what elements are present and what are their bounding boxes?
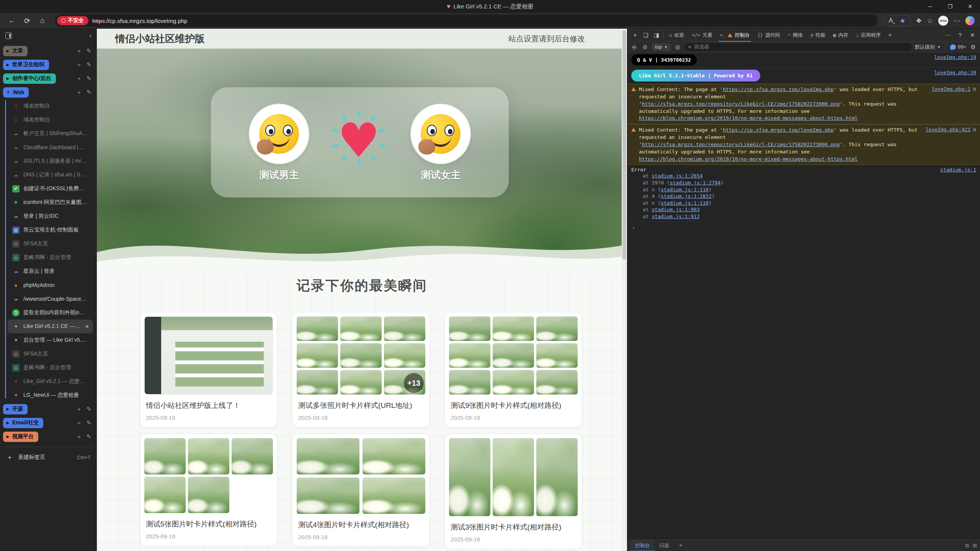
sidebar-tab-item[interactable]: ☁/wwwroot/Couple-Space-5.2.1-C bbox=[3, 292, 94, 306]
sidebar-tab-item[interactable]: ()域名控制台 bbox=[3, 99, 94, 113]
group-add-icon[interactable]: ＋ bbox=[74, 47, 84, 55]
warning-url-link[interactable]: https://blog.chromium.org/2019/10/no-mor… bbox=[639, 115, 858, 121]
sidebar-tab-item[interactable]: ☁登录 | 简云IDC bbox=[3, 209, 94, 223]
warning-url-link[interactable]: http://sfsa.mrgzs.top/repository/LikeGir… bbox=[642, 101, 840, 107]
extensions-icon[interactable]: ❖ bbox=[916, 17, 922, 25]
minimize-button[interactable]: ─ bbox=[920, 0, 940, 13]
devtools-tab-元素[interactable]: </>元素 bbox=[688, 29, 716, 42]
copy-icon[interactable]: ⧉ bbox=[973, 127, 976, 132]
sidebar-group-Email/社交[interactable]: ▶Email/社交 bbox=[3, 418, 43, 428]
copy-icon[interactable]: ⧉ bbox=[973, 86, 976, 92]
collections-icon[interactable]: ☆ bbox=[927, 17, 933, 25]
stack-link[interactable]: stadium.js:1:912 bbox=[652, 214, 699, 219]
back-button[interactable]: ← bbox=[5, 14, 18, 27]
sidebar-tab-item[interactable]: ☁SSL/TLS | 源服务器 | mrgzs.top | S bbox=[3, 154, 94, 168]
photo-card[interactable]: 测试9张图片时卡片样式(相对路径)2025-09-18 bbox=[445, 313, 581, 427]
tab-actions-icon[interactable] bbox=[5, 33, 12, 39]
source-link[interactable]: stadium.js:1 bbox=[940, 167, 976, 173]
sidebar-tab-item[interactable]: ()域名控制台 bbox=[3, 113, 94, 127]
sidebar-tab-item[interactable]: ▲phpMyAdmin bbox=[3, 278, 94, 292]
sidebar-tab-item[interactable]: ◈是枫书啊 - 后台管理 bbox=[3, 361, 94, 375]
photo-thumbnail[interactable] bbox=[188, 477, 229, 513]
sidebar-tab-item[interactable]: ☁星辰云 | 登录 bbox=[3, 264, 94, 278]
photo-thumbnail[interactable] bbox=[297, 316, 338, 341]
warning-url-link[interactable]: https://cp.sfsa.mrgzs.top/loveImg.php bbox=[723, 86, 834, 92]
close-button[interactable]: ✕ bbox=[960, 0, 980, 13]
source-link[interactable]: loveImg.php:421 bbox=[926, 127, 970, 132]
context-selector[interactable]: top ▼ bbox=[652, 43, 671, 51]
issues-counter[interactable]: 99+ bbox=[950, 44, 966, 50]
refresh-button[interactable]: ⟳ bbox=[21, 14, 34, 27]
page-scrollbar[interactable] bbox=[622, 29, 627, 551]
group-edit-icon[interactable]: ✎ bbox=[84, 47, 94, 54]
console-sidebar-icon[interactable]: ⎆ bbox=[630, 42, 638, 52]
devtools-tab-应用程序[interactable]: ❏应用程序 bbox=[852, 29, 885, 42]
sidebar-group-世界卫生组织[interactable]: ▶世界卫生组织 bbox=[3, 60, 49, 70]
sidebar-group-视频平台[interactable]: ▶视频平台 bbox=[3, 432, 38, 442]
photo-thumbnail[interactable] bbox=[363, 438, 425, 474]
warning-url-link[interactable]: https://blog.chromium.org/2019/10/no-mor… bbox=[639, 156, 858, 162]
photo-card[interactable]: 测试5张图片时卡片样式(相对路径)2025-09-18 bbox=[140, 434, 277, 546]
address-bar[interactable]: 不安全 https://cp.sfsa.mrgzs.top/loveImg.ph… bbox=[55, 15, 877, 27]
home-button[interactable]: ⌂ bbox=[36, 14, 49, 27]
group-add-icon[interactable]: ＋ bbox=[74, 419, 84, 427]
photo-thumbnail[interactable] bbox=[493, 343, 534, 368]
new-tab-button[interactable]: ＋ 新建标签页 Ctrl+T bbox=[0, 450, 97, 465]
warning-url-link[interactable]: http://sfsa.mrgzs.top/repository/LikeGir… bbox=[642, 142, 840, 147]
devtools-tab-控制台[interactable]: >_控制台 bbox=[716, 29, 753, 42]
photo-thumbnail[interactable] bbox=[493, 316, 534, 341]
stack-link[interactable]: stadium.js:1:2832 bbox=[661, 193, 712, 199]
devtools-help-icon[interactable]: ? bbox=[955, 30, 965, 41]
photo-thumbnail[interactable] bbox=[449, 343, 490, 368]
restore-button[interactable]: ❐ bbox=[940, 0, 960, 13]
stack-link[interactable]: stadium.js:1:2794 bbox=[670, 180, 720, 186]
settings-menu-icon[interactable]: ⋯ bbox=[954, 17, 960, 25]
group-add-icon[interactable]: ＋ bbox=[74, 89, 84, 96]
devtools-tab-欢迎[interactable]: ⌂欢迎 bbox=[665, 29, 688, 42]
photo-thumbnail[interactable] bbox=[363, 478, 425, 514]
live-expression-icon[interactable]: ◎ bbox=[674, 42, 681, 52]
photo-thumbnail[interactable] bbox=[340, 316, 382, 341]
photo-card[interactable]: 测试4张图片时卡片样式(相对路径)2025-09-18 bbox=[293, 434, 429, 546]
clear-console-icon[interactable]: ⊘ bbox=[641, 42, 649, 52]
photo-card[interactable]: 情侣小站社区维护版上线了！2025-09-18 bbox=[140, 313, 277, 427]
photo-thumbnail[interactable] bbox=[297, 343, 338, 368]
devtools-tab-性能[interactable]: ◔性能 bbox=[807, 29, 829, 42]
photo-thumbnail[interactable] bbox=[384, 316, 425, 341]
device-toolbar-icon[interactable]: ❑ bbox=[640, 30, 651, 41]
drawer-expand-icon[interactable]: ⊞ bbox=[973, 543, 977, 549]
stack-link[interactable]: stadium.js:1:110 bbox=[661, 187, 709, 192]
console-settings-icon[interactable]: ⚙ bbox=[969, 42, 977, 52]
sidebar-tab-item[interactable]: ♥Like_Girl v5.2.1 — 恋爱事件 bbox=[3, 375, 94, 388]
url-text[interactable]: https://cp.sfsa.mrgzs.top/loveImg.php bbox=[92, 18, 187, 24]
sidebar-tab-item[interactable]: ◈是枫书啊 - 后台管理 bbox=[3, 251, 94, 264]
photo-thumbnail[interactable]: +13 bbox=[384, 370, 425, 395]
photo-thumbnail[interactable] bbox=[384, 343, 425, 368]
stack-link[interactable]: stadium.js:1:110 bbox=[661, 200, 709, 206]
group-add-icon[interactable]: ＋ bbox=[74, 75, 84, 82]
photo-thumbnail[interactable] bbox=[188, 438, 229, 474]
male-avatar[interactable] bbox=[250, 105, 308, 163]
sidebar-tab-item[interactable]: ◉SFSA主页 bbox=[3, 347, 94, 361]
group-edit-icon[interactable]: ✎ bbox=[84, 61, 94, 68]
scrollbar-thumb[interactable] bbox=[622, 30, 626, 260]
sidebar-tab-item[interactable]: ♥Like Girl v5.2.1 CE — 恋爱相册✕ bbox=[8, 320, 93, 333]
sidebar-group-开源[interactable]: ▶开源 bbox=[3, 404, 28, 414]
devtools-tab-内存[interactable]: ▦内存 bbox=[829, 29, 852, 42]
photo-thumbnail[interactable] bbox=[449, 438, 490, 516]
inspect-element-icon[interactable]: ⌖ bbox=[630, 30, 640, 41]
drawer-tab-问题[interactable]: 问题 bbox=[655, 540, 674, 551]
group-edit-icon[interactable]: ✎ bbox=[84, 406, 94, 412]
console-filter-input[interactable]: ≡ 筛选器 bbox=[684, 43, 912, 51]
sidebar-group-Web[interactable]: ▼Web bbox=[3, 87, 29, 98]
group-edit-icon[interactable]: ✎ bbox=[84, 419, 94, 426]
photo-thumbnail[interactable] bbox=[449, 370, 490, 395]
sidebar-group-创作者中心/后台[interactable]: ▶创作者中心/后台 bbox=[3, 73, 56, 84]
sidebar-tab-item[interactable]: S提取全部js内容到外部js文件 bbox=[3, 306, 94, 320]
source-link[interactable]: loveImg.php:19 bbox=[934, 54, 976, 60]
profile-avatar[interactable]: SFSA bbox=[938, 16, 948, 26]
favorite-star-icon[interactable]: ★ bbox=[900, 17, 905, 25]
group-add-icon[interactable]: ＋ bbox=[74, 61, 84, 68]
sidebar-tab-item[interactable]: ☁帐户主页 | ShiFengShuA | Cloudfl bbox=[3, 127, 94, 140]
photo-thumbnail[interactable] bbox=[232, 438, 273, 474]
